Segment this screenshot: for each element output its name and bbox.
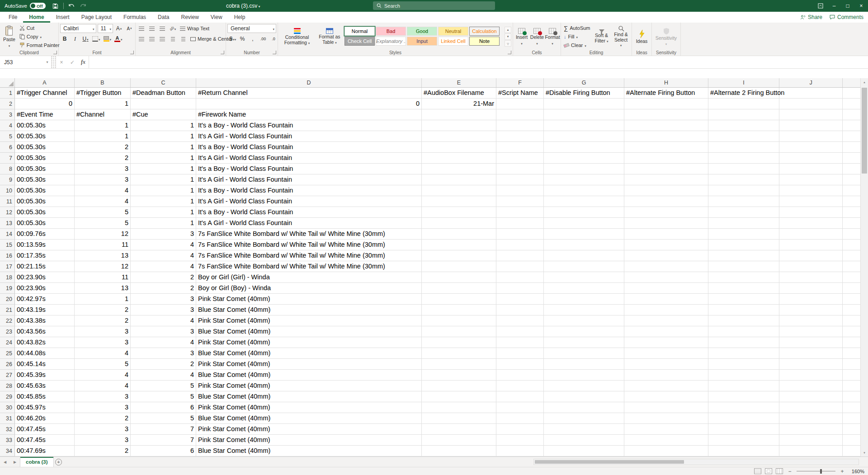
cell-B19[interactable]: 13 (75, 283, 131, 294)
cell-F34[interactable] (496, 446, 544, 456)
increase-indent-button[interactable] (179, 34, 188, 43)
cell-H30[interactable] (624, 402, 708, 413)
cell-D3[interactable]: #Firework Name (196, 109, 422, 120)
cell-K23[interactable] (843, 326, 860, 337)
italic-button[interactable]: I (71, 34, 80, 43)
zoom-level[interactable]: 160% (849, 469, 864, 474)
cell-A15[interactable]: 00:13.59s (15, 240, 75, 250)
cell-K30[interactable] (843, 402, 860, 413)
row-header-33[interactable]: 33 (0, 435, 15, 446)
cell-A3[interactable]: #Event Time (15, 109, 75, 120)
cell-K31[interactable] (843, 413, 860, 424)
cell-style-check-cell[interactable]: Check Cell (344, 37, 375, 46)
cell-K1[interactable] (843, 88, 860, 99)
cell-style-calculation[interactable]: Calculation (469, 27, 500, 36)
cell-H15[interactable] (624, 240, 708, 250)
row-header-1[interactable]: 1 (0, 88, 15, 99)
cell-F7[interactable] (496, 153, 544, 164)
share-button[interactable]: Share (800, 14, 822, 20)
column-header-H[interactable]: H (624, 78, 708, 87)
cell-J6[interactable] (779, 142, 843, 153)
fill-color-button[interactable] (103, 34, 113, 43)
cell-K25[interactable] (843, 348, 860, 359)
cell-D27[interactable]: Blue Star Comet (40mm) (196, 370, 422, 381)
decrease-decimal-button[interactable]: .0 (269, 34, 278, 43)
cell-J9[interactable] (779, 174, 843, 185)
cell-B32[interactable]: 3 (75, 424, 131, 435)
cell-J24[interactable] (779, 337, 843, 348)
cell-G6[interactable] (544, 142, 624, 153)
cell-C10[interactable]: 1 (131, 185, 196, 196)
cell-C22[interactable]: 4 (131, 315, 196, 326)
row-header-7[interactable]: 7 (0, 153, 15, 164)
cell-D9[interactable]: It's A Girl - World Class Fountain (196, 174, 422, 185)
cell-K3[interactable] (843, 109, 860, 120)
scroll-down-arrow[interactable] (861, 449, 868, 456)
cell-I8[interactable] (708, 164, 779, 174)
cell-G22[interactable] (544, 315, 624, 326)
cell-A1[interactable]: #Trigger Channel (15, 88, 75, 99)
cell-F31[interactable] (496, 413, 544, 424)
cell-J17[interactable] (779, 261, 843, 272)
cell-I9[interactable] (708, 174, 779, 185)
cell-H34[interactable] (624, 446, 708, 456)
cell-C26[interactable]: 2 (131, 359, 196, 370)
cell-F6[interactable] (496, 142, 544, 153)
cell-F8[interactable] (496, 164, 544, 174)
bold-button[interactable]: B (60, 34, 69, 43)
cell-J20[interactable] (779, 294, 843, 305)
cell-G27[interactable] (544, 370, 624, 381)
cell-K28[interactable] (843, 381, 860, 391)
cell-H24[interactable] (624, 337, 708, 348)
cell-E6[interactable] (422, 142, 496, 153)
cell-G32[interactable] (544, 424, 624, 435)
cell-E25[interactable] (422, 348, 496, 359)
column-header-B[interactable]: B (75, 78, 131, 87)
cell-H20[interactable] (624, 294, 708, 305)
cell-style-explanatory[interactable]: Explanatory ... (376, 37, 406, 46)
cell-E22[interactable] (422, 315, 496, 326)
clipboard-dialog-launcher[interactable] (53, 51, 57, 54)
cell-D28[interactable]: Pink Star Comet (40mm) (196, 381, 422, 391)
cell-D21[interactable]: Blue Star Comet (40mm) (196, 305, 422, 315)
cell-D30[interactable]: Pink Star Comet (40mm) (196, 402, 422, 413)
cell-D23[interactable]: Blue Star Comet (40mm) (196, 326, 422, 337)
cell-C6[interactable]: 1 (131, 142, 196, 153)
cell-K21[interactable] (843, 305, 860, 315)
cell-A13[interactable]: 00:05.30s (15, 218, 75, 229)
middle-align-button[interactable] (147, 24, 156, 33)
minimize-button[interactable]: – (827, 0, 841, 12)
ideas-button[interactable]: Ideas (634, 24, 650, 49)
cell-H2[interactable] (624, 99, 708, 109)
bottom-align-button[interactable] (158, 24, 167, 33)
cell-B30[interactable]: 3 (75, 402, 131, 413)
cell-A25[interactable]: 00:44.08s (15, 348, 75, 359)
cell-I33[interactable] (708, 435, 779, 446)
cell-F3[interactable] (496, 109, 544, 120)
cell-C9[interactable]: 1 (131, 174, 196, 185)
format-cells-button[interactable]: Format (545, 24, 560, 49)
delete-cells-button[interactable]: Delete (530, 24, 544, 49)
cell-E27[interactable] (422, 370, 496, 381)
row-header-8[interactable]: 8 (0, 164, 15, 174)
cell-I23[interactable] (708, 326, 779, 337)
vertical-scroll-track[interactable] (861, 86, 868, 449)
cell-F25[interactable] (496, 348, 544, 359)
cell-C20[interactable]: 3 (131, 294, 196, 305)
cell-C31[interactable]: 5 (131, 413, 196, 424)
cell-B13[interactable]: 5 (75, 218, 131, 229)
cell-D20[interactable]: Pink Star Comet (40mm) (196, 294, 422, 305)
cell-C11[interactable]: 1 (131, 196, 196, 207)
cell-K9[interactable] (843, 174, 860, 185)
cell-F19[interactable] (496, 283, 544, 294)
cell-F22[interactable] (496, 315, 544, 326)
cell-style-bad[interactable]: Bad (376, 27, 406, 36)
wrap-text-button[interactable]: Wrap Text (179, 25, 211, 33)
cell-B24[interactable]: 3 (75, 337, 131, 348)
cell-C4[interactable]: 1 (131, 120, 196, 131)
cell-D5[interactable]: It's A Girl - World Class Fountain (196, 131, 422, 142)
cell-J5[interactable] (779, 131, 843, 142)
cell-C1[interactable]: #Deadman Button (131, 88, 196, 99)
cell-B28[interactable]: 4 (75, 381, 131, 391)
cell-D12[interactable]: It's a Boy - World Class Fountain (196, 207, 422, 218)
